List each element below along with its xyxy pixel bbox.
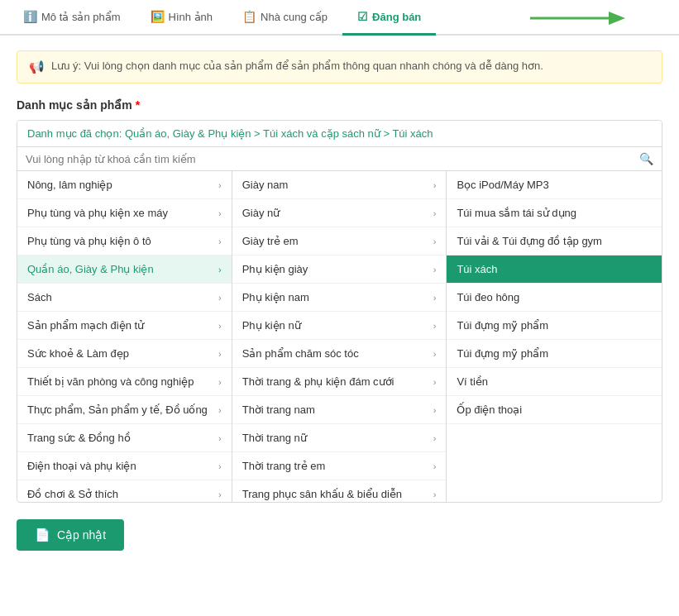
arrow-indicator — [530, 7, 629, 32]
list-item[interactable]: Ốp điện thoại — [447, 396, 662, 424]
chevron-right-icon: › — [218, 349, 222, 359]
list-item[interactable]: Trang sức & Đồng hồ› — [17, 424, 232, 452]
tab-nha-cung-cap[interactable]: 📋 Nhà cung cấp — [227, 0, 342, 36]
list-item[interactable]: Túi xách — [447, 255, 662, 284]
list-item[interactable]: Đồ chơi & Sở thích› — [17, 480, 232, 502]
svg-marker-1 — [609, 12, 625, 25]
tab-dang-ban[interactable]: ☑ Đăng bán — [342, 0, 436, 36]
list-item[interactable]: Thời trang trẻ em› — [232, 452, 447, 480]
list-item[interactable]: Giày trẻ em› — [232, 227, 447, 255]
chevron-right-icon: › — [433, 236, 437, 246]
update-icon: 📄 — [35, 528, 50, 542]
hinh-anh-icon: 🖼️ — [151, 10, 165, 23]
list-item[interactable]: Sản phẩm mạch điện tử› — [17, 312, 232, 340]
chevron-right-icon: › — [218, 377, 222, 387]
selected-path: Danh mục đã chọn: Quần áo, Giày & Phụ ki… — [17, 121, 662, 147]
chevron-right-icon: › — [218, 433, 222, 443]
chevron-right-icon: › — [433, 180, 437, 190]
list-item[interactable]: Thời trang nữ› — [232, 424, 447, 452]
notice-box: 📢 Lưu ý: Vui lòng chọn danh mục của sản … — [17, 50, 662, 84]
list-item[interactable]: Túi mua sắm tái sử dụng — [447, 199, 662, 227]
chevron-right-icon: › — [433, 461, 437, 471]
list-item[interactable]: Thời trang nam› — [232, 396, 447, 424]
chevron-right-icon: › — [433, 433, 437, 443]
list-item[interactable]: Ví tiền — [447, 368, 662, 396]
chevron-right-icon: › — [218, 236, 222, 246]
nha-cung-cap-icon: 📋 — [242, 10, 256, 23]
update-button[interactable]: 📄 Cập nhật — [17, 519, 124, 551]
list-item[interactable]: Điện thoại và phụ kiện› — [17, 452, 232, 480]
chevron-right-icon: › — [433, 349, 437, 359]
chevron-right-icon: › — [218, 405, 222, 415]
list-item[interactable]: Thời trang & phụ kiện đám cưới› — [232, 368, 447, 396]
chevron-right-icon: › — [433, 489, 437, 499]
chevron-right-icon: › — [433, 293, 437, 303]
col2: Giày nam›Giày nữ›Giày trẻ em›Phụ kiện gi… — [232, 171, 447, 502]
list-item[interactable]: Bọc iPod/Máy MP3 — [447, 171, 662, 199]
list-item[interactable]: Túi vải & Túi đựng đồ tập gym — [447, 227, 662, 255]
chevron-right-icon: › — [218, 293, 222, 303]
list-item[interactable]: Phụ tùng và phụ kiện ô tô› — [17, 227, 232, 255]
chevron-right-icon: › — [218, 461, 222, 471]
list-item[interactable]: Túi đeo hông — [447, 284, 662, 312]
chevron-right-icon: › — [433, 321, 437, 331]
tabs-bar: ℹ️ Mô tả sản phẩm 🖼️ Hình ảnh 📋 Nhà cung… — [0, 0, 679, 36]
list-item[interactable]: Giày nữ› — [232, 199, 447, 227]
list-item[interactable]: Sách› — [17, 284, 232, 312]
mo-ta-icon: ℹ️ — [23, 10, 37, 23]
chevron-right-icon: › — [433, 377, 437, 387]
list-item[interactable]: Thực phẩm, Sản phẩm y tế, Đồ uống› — [17, 396, 232, 424]
chevron-right-icon: › — [433, 405, 437, 415]
dang-ban-icon: ☑ — [357, 10, 368, 23]
main-content: 📢 Lưu ý: Vui lòng chọn danh mục của sản … — [0, 36, 679, 566]
list-item[interactable]: Phụ kiện giày› — [232, 255, 447, 284]
columns-wrapper: Nông, lâm nghiệp›Phụ tùng và phụ kiện xe… — [17, 171, 662, 502]
chevron-right-icon: › — [218, 321, 222, 331]
chevron-right-icon: › — [433, 208, 437, 218]
chevron-right-icon: › — [218, 180, 222, 190]
list-item[interactable]: Trang phục sân khấu & biểu diễn› — [232, 480, 447, 502]
list-item[interactable]: Phụ kiện nam› — [232, 284, 447, 312]
search-input[interactable] — [26, 153, 639, 165]
list-item[interactable]: Thiết bị văn phòng và công nghiệp› — [17, 368, 232, 396]
section-title: Danh mục sản phẩm * — [17, 98, 662, 112]
list-item[interactable]: Túi đựng mỹ phẩm — [447, 312, 662, 340]
col3: Bọc iPod/Máy MP3Túi mua sắm tái sử dụngT… — [447, 171, 662, 502]
chevron-right-icon: › — [218, 208, 222, 218]
list-item[interactable]: Sản phẩm chăm sóc tóc› — [232, 340, 447, 368]
tab-mo-ta[interactable]: ℹ️ Mô tả sản phẩm — [8, 0, 136, 36]
list-item[interactable]: Túi đựng mỹ phẩm — [447, 340, 662, 368]
list-item[interactable]: Nông, lâm nghiệp› — [17, 171, 232, 199]
list-item[interactable]: Quần áo, Giày & Phụ kiện› — [17, 255, 232, 284]
chevron-right-icon: › — [218, 489, 222, 499]
list-item[interactable]: Phụ kiện nữ› — [232, 312, 447, 340]
list-item[interactable]: Sức khoẻ & Làm đẹp› — [17, 340, 232, 368]
search-icon: 🔍 — [639, 152, 653, 165]
list-item[interactable]: Phụ tùng và phụ kiện xe máy› — [17, 199, 232, 227]
required-marker: * — [136, 98, 140, 112]
col1: Nông, lâm nghiệp›Phụ tùng và phụ kiện xe… — [17, 171, 232, 502]
chevron-right-icon: › — [218, 265, 222, 275]
chevron-right-icon: › — [433, 265, 437, 275]
notice-icon: 📢 — [29, 60, 45, 74]
list-item[interactable]: Giày nam› — [232, 171, 447, 199]
category-panel: Danh mục đã chọn: Quần áo, Giày & Phụ ki… — [17, 120, 662, 503]
tab-hinh-anh[interactable]: 🖼️ Hình ảnh — [136, 0, 228, 36]
search-row: 🔍 — [17, 147, 662, 171]
